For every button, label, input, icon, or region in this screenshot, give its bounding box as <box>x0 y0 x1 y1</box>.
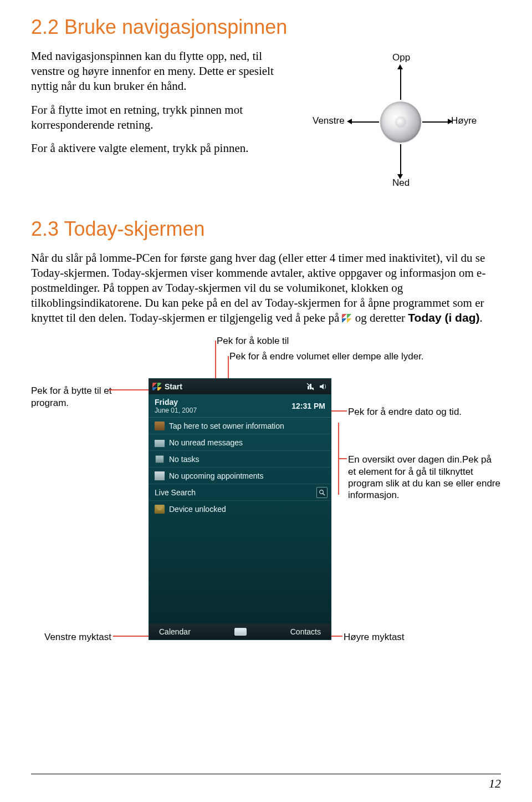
arrow-right-icon <box>422 121 449 123</box>
callout-right-softkey: Høyre myktast <box>344 631 405 643</box>
heading-2-2: 2.2 Bruke navigasjonspinnen <box>31 16 501 39</box>
svg-line-2 <box>323 493 325 495</box>
arrowhead-up-icon <box>397 64 403 69</box>
svg-point-1 <box>320 490 324 494</box>
wm-unlocked-text: Device unlocked <box>169 505 226 514</box>
keyboard-icon[interactable] <box>234 628 247 636</box>
wm-livesearch-row[interactable]: Live Search <box>149 484 331 501</box>
leader-line <box>338 458 347 459</box>
callout-connect: Pek for å koble til <box>217 335 289 347</box>
softkey-left[interactable]: Calendar <box>159 627 191 636</box>
wm-appts-text: No upcoming appointments <box>169 471 263 480</box>
para-2-2-3: For å aktivere valgte element, trykk på … <box>31 141 297 156</box>
para-2-3-b: og deretter <box>355 311 408 324</box>
mail-icon <box>155 438 165 447</box>
leader-line <box>331 410 347 412</box>
para-2-2-2: For å flytte imot en retning, trykk pinn… <box>31 103 297 133</box>
wm-messages-row[interactable]: No unread messages <box>149 434 331 451</box>
wm-date-row[interactable]: Friday June 01, 2007 12:31 PM <box>149 394 331 418</box>
arrow-left-icon <box>351 121 379 123</box>
leader-line <box>109 389 149 390</box>
wm-tasks-row[interactable]: No tasks <box>149 451 331 468</box>
para-2-2-1: Med navigasjonspinnen kan du flytte opp,… <box>31 49 297 94</box>
wm-topbar[interactable]: Start <box>149 379 331 394</box>
para-2-3-today: Today (i dag) <box>408 311 479 324</box>
leader-line <box>113 636 153 637</box>
owner-icon <box>155 422 165 430</box>
wm-unlocked-row[interactable]: Device unlocked <box>149 501 331 517</box>
softkey-right[interactable]: Contacts <box>290 627 321 636</box>
page-number: 12 <box>489 776 501 791</box>
callout-switch-program: Pek for å bytte til et program. <box>31 385 120 409</box>
callout-left-softkey: Venstre myktast <box>44 631 111 643</box>
arrowhead-right-icon <box>448 119 453 124</box>
wm-unread-text: No unread messages <box>169 438 243 447</box>
callout-volume: Pek for å endre volumet eller dempe alle… <box>229 351 462 362</box>
heading-2-3: 2.3 Today-skjermen <box>31 217 501 241</box>
para-2-3: Når du slår på lomme-PCen for første gan… <box>31 251 501 325</box>
wm-owner-text: Tap here to set owner information <box>169 422 284 430</box>
arrow-down-icon <box>400 144 401 175</box>
wm-start-label[interactable]: Start <box>165 382 303 391</box>
navpad-diagram: Opp Venstre Høyre Ned <box>308 49 501 204</box>
arrowhead-left-icon <box>347 119 352 124</box>
windows-flag-icon <box>342 314 352 323</box>
today-screen-screenshot: Start Friday June 01, 2007 12:31 PM Tap … <box>149 378 331 640</box>
footer-rule <box>31 774 501 774</box>
tasks-icon <box>155 455 165 464</box>
navpad-label-right: Høyre <box>451 115 477 126</box>
navpad-button-icon <box>380 101 421 143</box>
wm-appointments-row[interactable]: No upcoming appointments <box>149 468 331 484</box>
search-icon[interactable] <box>316 487 328 498</box>
connectivity-icon[interactable] <box>306 383 315 390</box>
navpad-label-down: Ned <box>392 177 410 189</box>
arrowhead-down-icon <box>397 174 403 179</box>
calendar-icon <box>155 471 165 480</box>
callout-datetime: Pek for å endre dato og tid. <box>348 406 492 418</box>
navpad-label-up: Opp <box>392 52 410 63</box>
navpad-label-left: Venstre <box>313 115 345 126</box>
wm-day: Friday <box>155 398 197 407</box>
wm-softkey-bar: Calendar Contacts <box>149 624 331 639</box>
callout-overview: En oversikt over dagen din.Pek på et ele… <box>348 454 500 501</box>
para-2-3-period: . <box>479 311 482 324</box>
wm-owner-row[interactable]: Tap here to set owner information <box>149 418 331 434</box>
lock-icon <box>155 505 165 514</box>
wm-livesearch-text: Live Search <box>155 488 196 497</box>
arrow-up-icon <box>400 69 401 100</box>
wm-time: 12:31 PM <box>291 402 325 410</box>
wm-date: June 01, 2007 <box>155 407 197 414</box>
start-flag-icon[interactable] <box>152 383 161 390</box>
volume-icon[interactable] <box>319 383 328 390</box>
wm-tasks-text: No tasks <box>169 455 199 464</box>
